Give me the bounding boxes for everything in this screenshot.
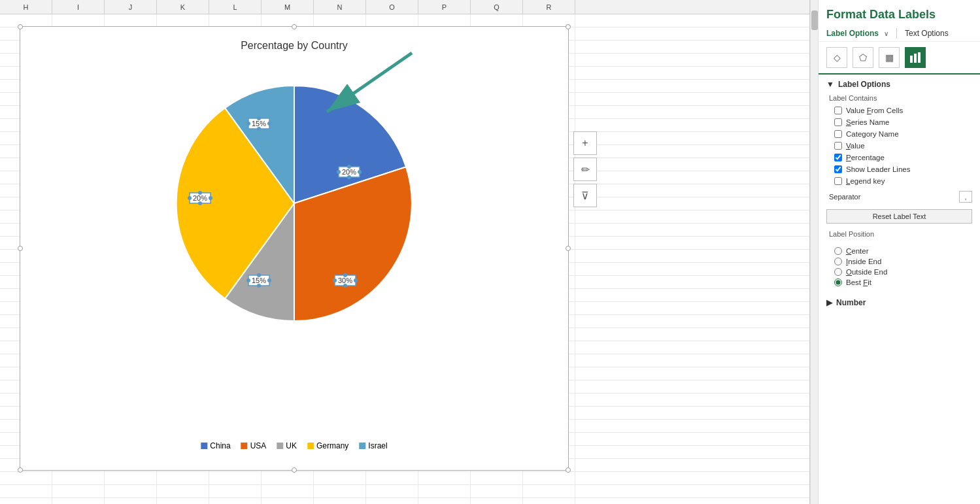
checkbox-series-name: Series Name	[819, 116, 980, 128]
percentage-checkbox[interactable]	[834, 154, 842, 161]
show-leader-lines-label[interactable]: Show Leader Lines	[846, 165, 910, 173]
icon-row: ◇ ⬠ ▦	[819, 42, 980, 75]
vertical-scrollbar[interactable]	[810, 0, 818, 504]
svg-point-28	[257, 116, 261, 120]
grid-cell[interactable]	[523, 485, 575, 497]
grid-cell[interactable]	[0, 472, 52, 484]
chart-tools: + ✏ ⊽	[573, 131, 597, 207]
grid-cell[interactable]	[366, 472, 418, 484]
legend-key-label[interactable]: Legend key	[846, 177, 885, 185]
grid-cell[interactable]	[523, 472, 575, 484]
spreadsheet: H I J K L M N O P Q R Percentage by Coun…	[0, 0, 810, 504]
grid-cell[interactable]	[314, 472, 366, 484]
best-fit-label[interactable]: Best Fit	[846, 278, 871, 286]
grid-cell[interactable]	[157, 472, 209, 484]
grid-cell[interactable]	[209, 472, 262, 484]
radio-outside-end: Outside End	[819, 267, 980, 277]
show-leader-lines-checkbox[interactable]	[834, 165, 842, 173]
col-P: P	[418, 0, 471, 14]
grid-cell[interactable]	[314, 485, 366, 497]
grid-cell[interactable]	[418, 498, 471, 504]
grid-cell[interactable]	[157, 485, 209, 497]
legend-label-usa: USA	[250, 441, 267, 450]
grid-cell[interactable]	[471, 14, 523, 27]
svg-point-8	[333, 278, 337, 282]
series-name-label[interactable]: Series Name	[846, 118, 889, 126]
grid-cell[interactable]	[157, 498, 209, 504]
grid-cell[interactable]	[471, 485, 523, 497]
scrollbar-thumb[interactable]	[811, 10, 818, 30]
grid-cell[interactable]	[471, 472, 523, 484]
grid-cell[interactable]	[262, 14, 314, 27]
category-name-checkbox[interactable]	[834, 130, 842, 138]
grid-cell[interactable]	[262, 498, 314, 504]
grid-cell[interactable]	[209, 14, 262, 27]
section-triangle: ▼	[826, 80, 834, 89]
grid-cell[interactable]	[105, 498, 157, 504]
svg-point-29	[257, 127, 261, 131]
grid-cell[interactable]	[262, 472, 314, 484]
outside-end-radio[interactable]	[834, 268, 842, 276]
percentage-label[interactable]: Percentage	[846, 154, 885, 161]
add-element-button[interactable]: +	[573, 131, 597, 155]
svg-point-14	[246, 278, 250, 282]
inside-end-radio[interactable]	[834, 258, 842, 265]
grid-cell[interactable]	[366, 498, 418, 504]
chart-filters-button[interactable]: ⊽	[573, 184, 597, 207]
inside-end-label[interactable]: Inside End	[846, 258, 881, 265]
size-properties-button[interactable]: ▦	[879, 47, 900, 68]
grid-cell[interactable]	[262, 485, 314, 497]
number-section[interactable]: ▶ Number	[819, 293, 980, 312]
chart-styles-button[interactable]: ✏	[573, 158, 597, 181]
value-label[interactable]: Value	[846, 142, 865, 150]
svg-point-20	[188, 196, 192, 200]
grid-cell[interactable]	[105, 485, 157, 497]
grid-cell[interactable]	[209, 485, 262, 497]
section-label: Label Options	[838, 80, 890, 89]
pie-svg: 20% 30%	[157, 66, 431, 341]
best-fit-radio[interactable]	[834, 278, 842, 286]
format-data-labels-panel: Format Data Labels Label Options ∨ Text …	[818, 0, 980, 504]
grid-cell[interactable]	[52, 485, 105, 497]
grid-cell[interactable]	[0, 14, 52, 27]
outside-end-label[interactable]: Outside End	[846, 268, 887, 276]
value-from-cells-label[interactable]: Value From Cells	[846, 107, 903, 114]
effects-button[interactable]: ⬠	[853, 47, 873, 68]
center-label[interactable]: Center	[846, 247, 869, 255]
grid-cell[interactable]	[523, 498, 575, 504]
grid-cell[interactable]	[366, 14, 418, 27]
series-name-checkbox[interactable]	[834, 118, 842, 126]
legend-china: China	[201, 441, 230, 450]
label-options-button[interactable]	[905, 47, 926, 68]
grid-cell[interactable]	[52, 498, 105, 504]
grid-cell[interactable]	[0, 498, 52, 504]
value-from-cells-checkbox[interactable]	[834, 107, 842, 114]
center-radio[interactable]	[834, 247, 842, 255]
grid-cell[interactable]	[418, 485, 471, 497]
label-options-chevron[interactable]: ∨	[884, 30, 888, 37]
label-options-header[interactable]: Label Options	[826, 29, 879, 38]
grid-cell[interactable]	[418, 472, 471, 484]
grid-cell[interactable]	[418, 14, 471, 27]
grid-cell[interactable]	[314, 14, 366, 27]
grid-cell[interactable]	[0, 485, 52, 497]
grid-cell[interactable]	[105, 472, 157, 484]
grid-cell[interactable]	[209, 498, 262, 504]
separator-value[interactable]: ,	[959, 191, 972, 203]
grid-cell[interactable]	[52, 14, 105, 27]
reset-label-text-button[interactable]: Reset Label Text	[826, 209, 972, 224]
grid-cell[interactable]	[52, 472, 105, 484]
category-name-label[interactable]: Category Name	[846, 130, 899, 138]
chart-container[interactable]: Percentage by Country	[20, 26, 569, 471]
text-options-header[interactable]: Text Options	[905, 29, 949, 38]
grid-cell[interactable]	[366, 485, 418, 497]
grid-cell[interactable]	[314, 498, 366, 504]
label-options-section[interactable]: ▼ Label Options	[819, 75, 980, 92]
value-checkbox[interactable]	[834, 142, 842, 150]
grid-cell[interactable]	[105, 14, 157, 27]
fill-effects-button[interactable]: ◇	[826, 47, 847, 68]
legend-key-checkbox[interactable]	[834, 177, 842, 185]
grid-cell[interactable]	[157, 14, 209, 27]
grid-cell[interactable]	[471, 498, 523, 504]
checkbox-value-from-cells: Value From Cells	[819, 105, 980, 116]
